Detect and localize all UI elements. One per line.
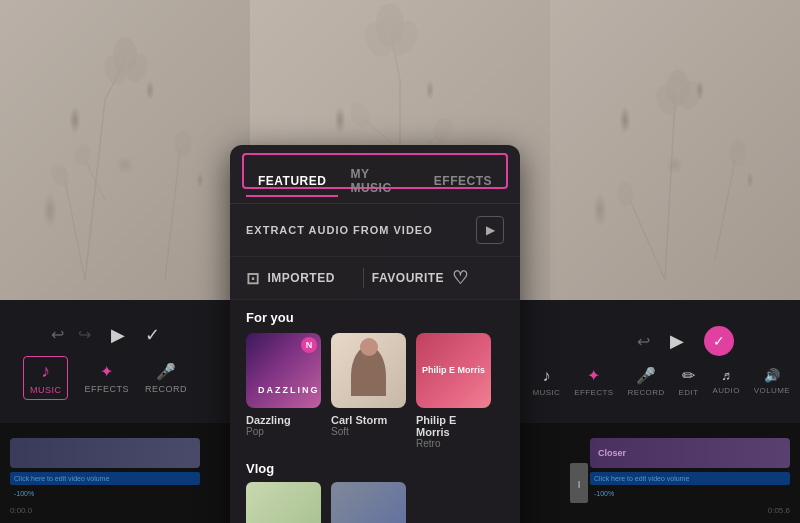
- music-card-dazzling[interactable]: N DAZZLING Dazzling Pop: [246, 333, 321, 449]
- video-track-left[interactable]: [10, 438, 200, 468]
- svg-point-3: [100, 52, 129, 87]
- check-button-left[interactable]: ✓: [145, 324, 160, 346]
- timecode-left: 0:00.0: [10, 506, 32, 515]
- volume-icon-right: 🔊: [764, 368, 780, 383]
- tab-my-music[interactable]: MY MUSIC: [338, 159, 421, 203]
- new-badge-dazzling: N: [301, 337, 317, 353]
- timecode-right: 0:05.6: [768, 506, 790, 515]
- svg-line-14: [390, 30, 400, 80]
- record-icon-right: 🎤: [636, 366, 656, 385]
- play-button-left[interactable]: ▶: [111, 324, 125, 346]
- music-card-carl[interactable]: Carl Storm Soft: [331, 333, 406, 449]
- carl-genre: Soft: [331, 426, 349, 437]
- svg-point-10: [57, 167, 67, 177]
- vlog-cards-row: Pollen: [246, 482, 504, 523]
- edit-label-right: EDIT: [679, 388, 699, 397]
- record-icon-left: 🎤: [156, 362, 176, 381]
- philip-title: Philip E Morris: [416, 414, 491, 438]
- svg-point-35: [729, 140, 747, 166]
- import-label: IMPORTED: [268, 271, 335, 285]
- dazzling-thumb-text: DAZZLING: [258, 386, 320, 396]
- vlog-card-pollen[interactable]: Pollen: [246, 482, 321, 523]
- video-track-right[interactable]: Closer: [590, 438, 790, 468]
- undo-button[interactable]: ↩: [51, 325, 64, 344]
- right-play-button[interactable]: ▶: [670, 330, 684, 352]
- effects-tool-left[interactable]: ✦ EFFECTS: [84, 362, 129, 394]
- effects-icon-left: ✦: [100, 362, 113, 381]
- music-tool-right[interactable]: ♪ MUSIC: [533, 367, 561, 397]
- volume-tool-right[interactable]: 🔊 VOLUME: [754, 368, 790, 395]
- svg-point-22: [430, 115, 456, 146]
- favourite-button[interactable]: FAVOURITE ♡: [372, 267, 469, 289]
- volume-label-right: VOLUME: [754, 386, 790, 395]
- redo-button[interactable]: ↪: [78, 325, 91, 344]
- music-label-left: MUSIC: [30, 385, 62, 395]
- svg-point-12: [174, 130, 192, 156]
- music-card-philip[interactable]: Philip E Morris Philip E Morris Retro: [416, 333, 491, 449]
- click-edit-bar-right[interactable]: Click here to edit video volume: [590, 472, 790, 485]
- dazzling-genre: Pop: [246, 426, 264, 437]
- audio-tool-right[interactable]: ♬ AUDIO: [712, 368, 739, 395]
- favourite-label: FAVOURITE: [372, 271, 444, 285]
- record-label-right: RECORD: [628, 388, 665, 397]
- svg-point-31: [672, 76, 684, 88]
- vol-pct-right: -100%: [590, 488, 790, 499]
- click-edit-label-right: Click here to edit video volume: [594, 475, 689, 482]
- record-tool-left[interactable]: 🎤 RECORD: [145, 362, 187, 394]
- video-panel-right: [550, 0, 800, 300]
- extract-play-button[interactable]: ▶: [476, 216, 504, 244]
- philip-thumb-text: Philip E Morris: [422, 365, 485, 377]
- music-tool-left[interactable]: ♪ MUSIC: [23, 356, 69, 400]
- click-edit-label-left: Click here to edit video volume: [14, 475, 109, 482]
- record-label-left: RECORD: [145, 384, 187, 394]
- click-edit-bar-left[interactable]: Click here to edit video volume: [10, 472, 200, 485]
- svg-line-27: [665, 100, 675, 280]
- svg-line-1: [105, 60, 125, 100]
- svg-point-5: [119, 46, 131, 58]
- extract-audio-row: EXTRACT AUDIO FROM VIDEO ▶: [230, 204, 520, 257]
- effects-label-left: EFFECTS: [84, 384, 129, 394]
- svg-point-33: [617, 182, 633, 206]
- svg-point-4: [122, 50, 151, 85]
- carl-thumb: [331, 333, 406, 408]
- import-icon: ⊡: [246, 269, 260, 288]
- dazzling-title: Dazzling: [246, 414, 291, 426]
- svg-line-32: [630, 200, 665, 280]
- svg-line-0: [85, 100, 105, 280]
- music-cards-row: N DAZZLING Dazzling Pop Carl Storm Soft …: [230, 333, 520, 461]
- extract-label: EXTRACT AUDIO FROM VIDEO: [246, 224, 433, 236]
- edit-tool-right[interactable]: ✏ EDIT: [679, 366, 699, 397]
- svg-line-8: [85, 160, 105, 200]
- effects-label-right: EFFECTS: [574, 388, 613, 397]
- svg-point-9: [71, 142, 92, 167]
- closer-track-label: Closer: [598, 448, 626, 458]
- effects-tool-right[interactable]: ✦ EFFECTS: [574, 366, 613, 397]
- heart-icon: ♡: [452, 267, 469, 289]
- record-tool-right[interactable]: 🎤 RECORD: [628, 366, 665, 397]
- imported-button[interactable]: ⊡ IMPORTED: [246, 269, 355, 288]
- vlog-label: Vlog: [246, 461, 504, 482]
- svg-point-28: [666, 70, 690, 106]
- svg-line-34: [715, 160, 735, 260]
- tab-effects[interactable]: EFFECTS: [422, 166, 504, 196]
- svg-point-29: [652, 82, 681, 117]
- right-check-button[interactable]: ✓: [704, 326, 734, 356]
- divider: [363, 268, 364, 288]
- svg-point-18: [383, 15, 397, 29]
- vlog-card-2[interactable]: [331, 482, 406, 523]
- left-tool-row: ♪ MUSIC ✦ EFFECTS 🎤 RECORD: [23, 356, 187, 400]
- music-modal: FEATURED MY MUSIC EFFECTS EXTRACT AUDIO …: [230, 145, 520, 523]
- left-controls-panel: ↩ ↪ ▶ ✓ ♪ MUSIC ✦ EFFECTS 🎤 RECORD: [0, 300, 210, 423]
- carl-title: Carl Storm: [331, 414, 387, 426]
- svg-point-20: [347, 100, 373, 131]
- vlog-section: Vlog Pollen: [230, 461, 520, 523]
- svg-point-30: [675, 77, 704, 112]
- audio-icon-right: ♬: [721, 368, 731, 383]
- edit-handle[interactable]: |: [570, 463, 588, 503]
- music-icon-right: ♪: [542, 367, 550, 385]
- right-undo-button[interactable]: ↩: [637, 332, 650, 351]
- music-icon-left: ♪: [41, 361, 50, 382]
- tab-featured[interactable]: FEATURED: [246, 166, 338, 196]
- tabs-row: FEATURED MY MUSIC EFFECTS: [230, 145, 520, 204]
- undo-redo-group: ↩ ↪ ▶ ✓: [51, 324, 160, 346]
